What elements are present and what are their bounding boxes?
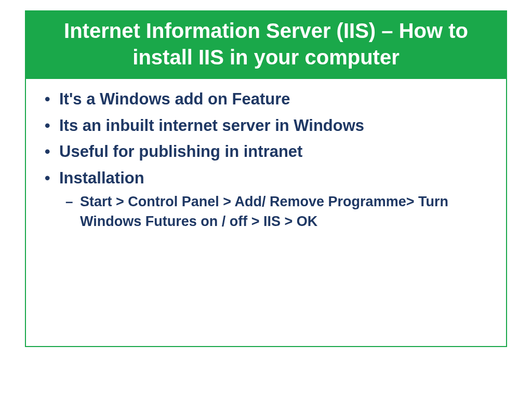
bullet-item: Its an inbuilt internet server in Window… xyxy=(41,114,491,138)
sub-bullet-item: Start > Control Panel > Add/ Remove Prog… xyxy=(41,192,491,232)
bullet-list: It's a Windows add on Feature Its an inb… xyxy=(41,87,491,190)
content-box: It's a Windows add on Feature Its an inb… xyxy=(25,78,507,347)
slide-title: Internet Information Server (IIS) – How … xyxy=(25,10,507,78)
bullet-item: Installation xyxy=(41,166,491,191)
slide-container: Internet Information Server (IIS) – How … xyxy=(0,0,532,399)
bullet-item: Useful for publishing in intranet xyxy=(41,140,491,164)
bullet-item: It's a Windows add on Feature xyxy=(41,87,491,112)
sub-bullet-list: Start > Control Panel > Add/ Remove Prog… xyxy=(41,192,491,232)
